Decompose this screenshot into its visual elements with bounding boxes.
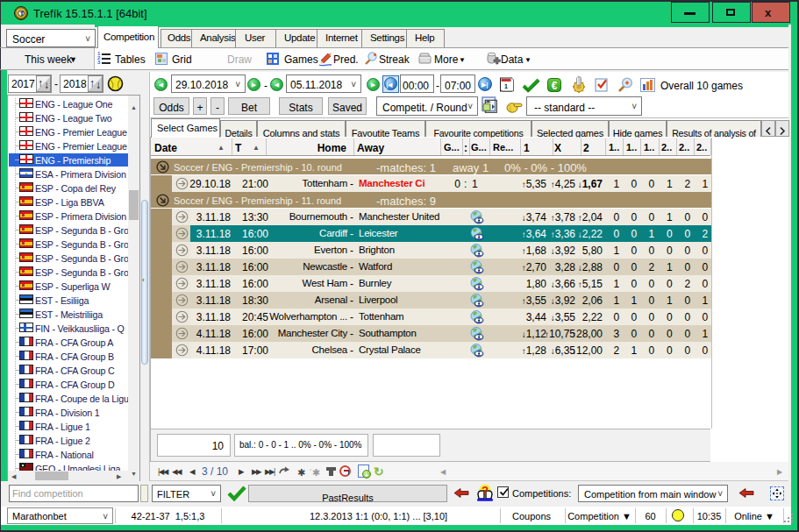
svg-text:1: 1 [504,83,508,89]
svg-text:?: ? [482,484,489,497]
